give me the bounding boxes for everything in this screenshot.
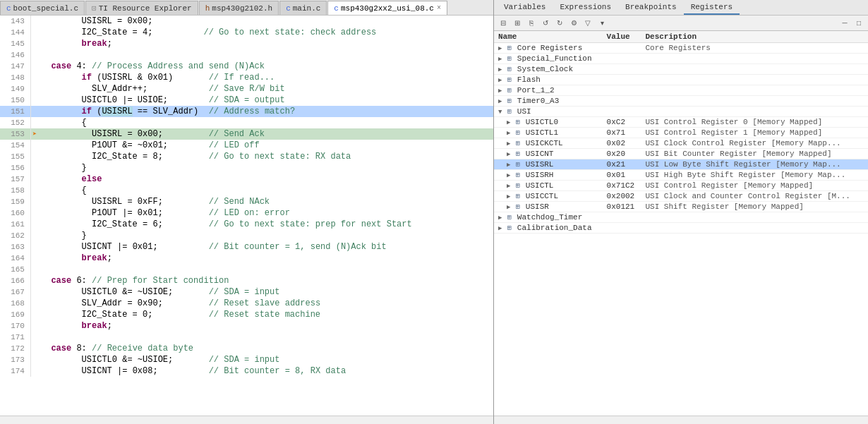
line-content-153[interactable]: USISRL = 0x00; // Send Ack bbox=[38, 128, 493, 140]
minimize-button[interactable]: ─ bbox=[838, 17, 851, 30]
reg-row-usickctl[interactable]: ▶ ⊞ USICKCTL0x02USI Clock Control Regist… bbox=[494, 138, 868, 149]
line-content-154[interactable]: P1OUT &= ~0x01; // LED off bbox=[38, 140, 493, 151]
line-content-159[interactable]: USISRL = 0xFF; // Send NAck bbox=[38, 196, 493, 207]
refresh-button[interactable]: ↺ bbox=[539, 17, 552, 30]
tree-toggle-sysclk[interactable]: ▶ bbox=[498, 66, 506, 73]
line-content-162[interactable]: } bbox=[38, 230, 493, 241]
continuous-refresh-button[interactable]: ↻ bbox=[553, 17, 566, 30]
tree-toggle-watchdog[interactable]: ▶ bbox=[498, 214, 506, 222]
tree-toggle-flash[interactable]: ▶ bbox=[498, 77, 506, 84]
line-content-143[interactable]: USISRL = 0x00; bbox=[38, 16, 493, 27]
line-content-171[interactable] bbox=[38, 332, 493, 343]
line-content-170[interactable]: break; bbox=[38, 320, 493, 332]
line-content-148[interactable]: if (USISRL & 0x01) // If read... bbox=[38, 72, 493, 83]
code-line-164: 164 break; bbox=[0, 253, 493, 264]
line-content-174[interactable]: USICNT |= 0x08; // Bit counter = 8, RX d… bbox=[38, 365, 493, 377]
tab-close-4[interactable]: × bbox=[437, 4, 441, 12]
tree-toggle-usi[interactable]: ▼ bbox=[498, 109, 506, 116]
reg-value-core bbox=[603, 43, 641, 54]
tree-toggle-port12[interactable]: ▶ bbox=[498, 87, 506, 95]
editor-tab-4[interactable]: cmsp430g2xx2_usi_08.c× bbox=[327, 1, 447, 15]
copy-button[interactable]: ⎘ bbox=[525, 17, 538, 30]
tree-toggle-usisrl[interactable]: ▶ bbox=[507, 162, 514, 169]
editor-bottom-scroll[interactable] bbox=[0, 416, 493, 424]
reg-row-usi[interactable]: ▼ ⊞ USI bbox=[494, 107, 868, 117]
line-content-161[interactable]: I2C_State = 6; // Go to next state: prep… bbox=[38, 219, 493, 230]
line-content-165[interactable] bbox=[38, 264, 493, 275]
reg-row-usisrl[interactable]: ▶ ⊞ USISRL0x21USI Low Byte Shift Registe… bbox=[494, 159, 868, 170]
reg-row-calibration[interactable]: ▶ ⊞ Calibration_Data bbox=[494, 223, 868, 234]
line-content-145[interactable]: break; bbox=[38, 38, 493, 49]
line-content-157[interactable]: else bbox=[38, 174, 493, 185]
reg-row-watchdog[interactable]: ▶ ⊞ Watchdog_Timer bbox=[494, 212, 868, 223]
reg-desc-usicnt: USI Bit Counter Register [Memory Mapped] bbox=[641, 149, 868, 159]
tree-toggle-timer0[interactable]: ▶ bbox=[498, 98, 506, 105]
tree-toggle-usictl1[interactable]: ▶ bbox=[507, 130, 514, 137]
reg-row-usisrh[interactable]: ▶ ⊞ USISRH0x01USI High Byte Shift Regist… bbox=[494, 170, 868, 181]
line-content-155[interactable]: I2C_State = 8; // Go to next state: RX d… bbox=[38, 151, 493, 162]
line-content-158[interactable]: { bbox=[38, 185, 493, 196]
reg-row-flash[interactable]: ▶ ⊞ Flash bbox=[494, 75, 868, 85]
editor-tab-0[interactable]: cboot_special.c bbox=[0, 1, 85, 15]
line-content-146[interactable] bbox=[38, 49, 493, 61]
line-content-156[interactable]: } bbox=[38, 162, 493, 174]
reg-row-usictl[interactable]: ▶ ⊞ USICTL0x71C2USI Control Register [Me… bbox=[494, 181, 868, 191]
reg-h-scrollbar[interactable] bbox=[494, 416, 868, 425]
tree-toggle-usisrh[interactable]: ▶ bbox=[507, 172, 514, 179]
tree-toggle-usickctl[interactable]: ▶ bbox=[507, 140, 514, 147]
reg-row-sysclk[interactable]: ▶ ⊞ System_Clock bbox=[494, 64, 868, 75]
line-content-144[interactable]: I2C_State = 4; // Go to next state: chec… bbox=[38, 27, 493, 38]
collapse-all-button[interactable]: ⊟ bbox=[497, 17, 510, 30]
reg-bottom-scroll[interactable] bbox=[494, 416, 868, 424]
editor-tab-2[interactable]: hmsp430g2102.h bbox=[199, 1, 279, 15]
editor-tab-1[interactable]: ⊡TI Resource Explorer bbox=[85, 1, 198, 15]
line-content-151[interactable]: if (USISRL == SLV_Addr) // Address match… bbox=[38, 106, 493, 117]
line-content-167[interactable]: USICTL0 &= ~USIOE; // SDA = input bbox=[38, 286, 493, 298]
line-content-149[interactable]: SLV_Addr++; // Save R/W bit bbox=[38, 83, 493, 95]
line-content-163[interactable]: USICNT |= 0x01; // Bit counter = 1, send… bbox=[38, 241, 493, 253]
line-content-164[interactable]: break; bbox=[38, 253, 493, 264]
line-content-166[interactable]: case 6: // Prep for Start condition bbox=[38, 275, 493, 286]
tree-toggle-usictl[interactable]: ▶ bbox=[507, 183, 514, 190]
editor-h-scrollbar[interactable] bbox=[0, 416, 493, 425]
line-content-147[interactable]: case 4: // Process Address and send (N)A… bbox=[38, 61, 493, 72]
line-content-169[interactable]: I2C_State = 0; // Reset state machine bbox=[38, 309, 493, 320]
settings-button[interactable]: ⚙ bbox=[567, 17, 580, 30]
reg-row-usictl1[interactable]: ▶ ⊞ USICTL10x71USI Control Register 1 [M… bbox=[494, 128, 868, 138]
reg-desc-calibration bbox=[641, 223, 868, 234]
expand-all-button[interactable]: ⊞ bbox=[511, 17, 524, 30]
reg-row-port12[interactable]: ▶ ⊞ Port_1_2 bbox=[494, 85, 868, 96]
line-content-150[interactable]: USICTL0 |= USIOE; // SDA = output bbox=[38, 95, 493, 106]
tree-toggle-usictl0[interactable]: ▶ bbox=[507, 119, 514, 126]
tree-toggle-usicctl[interactable]: ▶ bbox=[507, 193, 514, 200]
reg-row-usicctl[interactable]: ▶ ⊞ USICCTL0x2002USI Clock and Counter C… bbox=[494, 191, 868, 202]
tree-toggle-calibration[interactable]: ▶ bbox=[498, 225, 506, 232]
reg-row-special[interactable]: ▶ ⊞ Special_Function bbox=[494, 54, 868, 64]
reg-row-timer0[interactable]: ▶ ⊞ Timer0_A3 bbox=[494, 96, 868, 107]
right-tab-registers[interactable]: Registers bbox=[684, 0, 740, 15]
registers-table[interactable]: Name Value Description ▶ ⊞ Core Register… bbox=[494, 31, 868, 416]
line-content-168[interactable]: SLV_Addr = 0x90; // Reset slave address bbox=[38, 298, 493, 309]
reg-row-core[interactable]: ▶ ⊞ Core RegistersCore Registers bbox=[494, 43, 868, 54]
tree-toggle-special[interactable]: ▶ bbox=[498, 56, 506, 63]
menu-button[interactable]: ▾ bbox=[596, 17, 608, 30]
line-content-152[interactable]: { bbox=[38, 117, 493, 128]
reg-row-usicnt[interactable]: ▶ ⊞ USICNT0x20USI Bit Counter Register [… bbox=[494, 149, 868, 159]
line-content-173[interactable]: USICTL0 &= ~USIOE; // SDA = input bbox=[38, 354, 493, 365]
right-tab-expressions[interactable]: Expressions bbox=[553, 0, 618, 15]
reg-row-usisr2[interactable]: ▶ ⊞ USISR0x0121USI Shift Register [Memor… bbox=[494, 202, 868, 212]
right-tab-breakpoints[interactable]: Breakpoints bbox=[618, 0, 684, 15]
line-marker-147 bbox=[30, 61, 38, 72]
filter-button[interactable]: ▽ bbox=[581, 17, 594, 30]
code-area[interactable]: 143 USISRL = 0x00;144 I2C_State = 4; // … bbox=[0, 16, 493, 416]
maximize-button[interactable]: □ bbox=[852, 17, 865, 30]
reg-row-usictl0[interactable]: ▶ ⊞ USICTL00xC2USI Control Register 0 [M… bbox=[494, 117, 868, 128]
line-content-160[interactable]: P1OUT |= 0x01; // LED on: error bbox=[38, 207, 493, 219]
tree-toggle-usisr2[interactable]: ▶ bbox=[507, 204, 514, 211]
code-table: 143 USISRL = 0x00;144 I2C_State = 4; // … bbox=[0, 16, 493, 377]
tree-toggle-usicnt[interactable]: ▶ bbox=[507, 151, 514, 158]
editor-tab-3[interactable]: cmain.c bbox=[279, 1, 327, 15]
tree-toggle-core[interactable]: ▶ bbox=[498, 45, 506, 52]
right-tab-variables[interactable]: Variables bbox=[497, 0, 553, 15]
line-content-172[interactable]: case 8: // Receive data byte bbox=[38, 343, 493, 354]
